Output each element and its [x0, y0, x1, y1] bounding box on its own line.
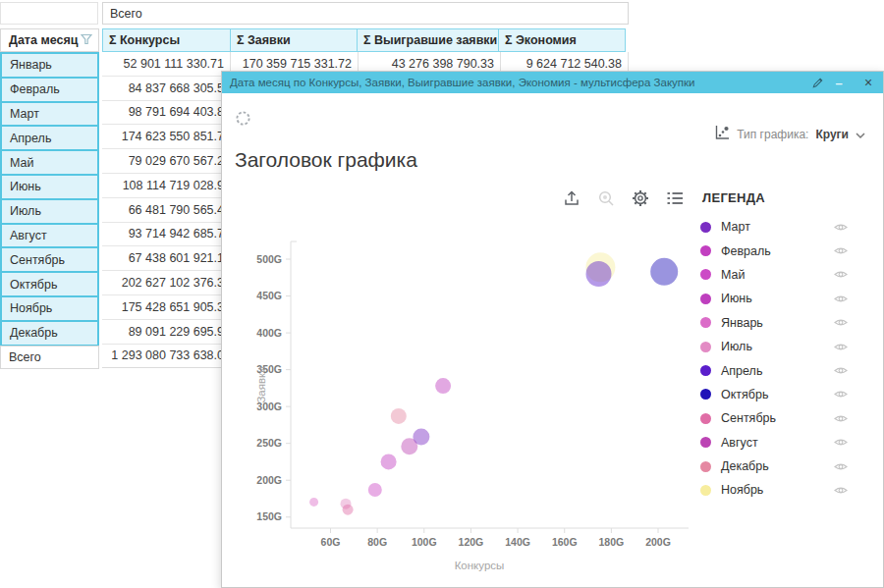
month-row-label: Ноябрь: [2, 297, 97, 322]
bubble-Декабрь[interactable]: [391, 408, 407, 424]
scatter-type-icon: [714, 125, 730, 144]
visibility-eye-icon[interactable]: [834, 413, 848, 424]
visibility-eye-icon[interactable]: [834, 294, 848, 304]
close-button[interactable]: ×: [854, 72, 883, 93]
legend-item-label: Ноябрь: [721, 483, 834, 497]
column-header-vyigravshie[interactable]: Σ Выигравшие заявки: [357, 28, 499, 52]
visibility-eye-icon[interactable]: [834, 317, 848, 328]
dialog-titlebar[interactable]: Дата месяц по Конкурсы, Заявки, Выигравш…: [222, 72, 883, 93]
legend-item[interactable]: Май: [700, 263, 848, 287]
month-column: ЯнварьФевральМартАпрельМайИюньИюльАвгуст…: [0, 52, 99, 347]
cell-konkursy: 98 791 694 403.8: [102, 101, 231, 126]
legend-item-label: Январь: [721, 316, 834, 330]
x-tick-label: 60G: [321, 536, 341, 548]
legend-item[interactable]: Август: [700, 431, 848, 454]
bubble-Сентябрь[interactable]: [343, 505, 354, 515]
legend-item[interactable]: Февраль: [700, 239, 848, 262]
legend-item[interactable]: Декабрь: [700, 454, 848, 478]
bubble-Февраль[interactable]: [381, 454, 397, 469]
x-tick-label: 80G: [367, 536, 387, 548]
visibility-eye-icon[interactable]: [834, 222, 848, 233]
chart-type-label: Тип графика:: [737, 128, 808, 141]
table-top-total-cell: Всего: [102, 2, 629, 25]
month-row-label: Июль: [2, 200, 97, 225]
y-tick-label: 200G: [256, 474, 282, 486]
legend-color-dot: [700, 461, 711, 472]
minimize-button[interactable]: –: [824, 72, 854, 93]
month-row-label: Июнь: [2, 176, 97, 200]
zoom-icon[interactable]: [597, 189, 615, 207]
legend-item[interactable]: Июнь: [700, 287, 848, 310]
column-header-zayavki[interactable]: Σ Заявки: [230, 28, 358, 52]
bubble-Май[interactable]: [368, 483, 382, 497]
visibility-eye-icon[interactable]: [834, 437, 848, 448]
legend-item[interactable]: Апрель: [700, 358, 848, 382]
visibility-eye-icon[interactable]: [834, 245, 848, 256]
edit-title-icon[interactable]: [811, 77, 824, 89]
chart-type-selector[interactable]: Тип графика: Круги: [714, 125, 865, 144]
cell-konkursy: 66 481 790 565.4: [102, 198, 231, 223]
visibility-eye-icon[interactable]: [834, 269, 848, 280]
legend-item-label: Май: [721, 268, 834, 282]
legend-item[interactable]: Ноябрь: [700, 478, 848, 502]
y-tick-label: 500G: [256, 253, 282, 265]
dialog-body: Заголовок графика Тип графика: Круги: [222, 93, 883, 588]
legend-item-label: Февраль: [721, 244, 834, 258]
legend-item[interactable]: Сентябрь: [700, 406, 848, 430]
cell-konkursy: 67 438 601 921.1: [102, 246, 231, 271]
bubble-Июнь[interactable]: [435, 378, 451, 394]
x-tick-label: 160G: [552, 536, 578, 548]
column-header-month[interactable]: Дата месяц: [0, 28, 99, 52]
legend-color-dot: [700, 413, 711, 424]
cell-konkursy: 93 714 942 685.7: [102, 223, 231, 247]
y-tick-label: 450G: [256, 290, 282, 301]
legend-color-dot: [700, 342, 711, 352]
legend-item-label: Декабрь: [721, 459, 834, 473]
bubble-Апрель[interactable]: [586, 261, 612, 287]
loading-spinner-icon: [235, 110, 251, 131]
axis-lines: [291, 241, 689, 528]
legend-item[interactable]: Январь: [700, 311, 848, 335]
bubble-Октябрь[interactable]: [650, 258, 678, 286]
bubble-Март[interactable]: [413, 428, 429, 445]
visibility-eye-icon[interactable]: [834, 389, 848, 400]
x-tick-label: 200G: [645, 536, 671, 548]
y-tick-label: 150G: [256, 510, 282, 522]
x-tick-label: 120G: [459, 536, 484, 548]
x-tick-label: 140G: [505, 536, 530, 548]
export-icon[interactable]: [563, 189, 580, 207]
cell-konkursy: 174 623 550 851.7: [102, 125, 231, 149]
settings-gear-icon[interactable]: [632, 189, 649, 207]
filter-icon[interactable]: [81, 33, 92, 48]
cell-konkursy: 202 627 102 376.3: [102, 271, 231, 295]
column-header-ekonomiya[interactable]: Σ Экономия: [498, 28, 626, 52]
legend-item-label: Апрель: [721, 364, 834, 378]
month-row-label: Декабрь: [2, 322, 97, 347]
month-row-label: Февраль: [2, 79, 97, 103]
chart-type-value: Круги: [815, 128, 849, 141]
legend-item-label: Октябрь: [721, 388, 834, 401]
chevron-down-icon: [856, 126, 865, 143]
y-axis-title: Заявки: [255, 366, 267, 402]
month-row-label: Апрель: [2, 127, 97, 151]
visibility-eye-icon[interactable]: [834, 342, 848, 352]
legend-item[interactable]: Октябрь: [700, 383, 848, 406]
visibility-eye-icon[interactable]: [834, 485, 848, 496]
month-row-label: Август: [2, 225, 97, 249]
cell-konkursy: 84 837 668 305.5: [102, 77, 231, 101]
legend-item[interactable]: Март: [700, 215, 848, 239]
month-row-label: Январь: [2, 54, 97, 79]
legend-color-dot: [700, 269, 711, 280]
x-tick-label: 100G: [412, 536, 437, 548]
legend-color-dot: [700, 245, 711, 256]
visibility-eye-icon[interactable]: [834, 365, 848, 376]
legend-item-label: Март: [721, 220, 834, 234]
legend-item[interactable]: Июль: [700, 335, 848, 358]
legend-color-dot: [700, 365, 711, 376]
month-row-label: Май: [2, 151, 97, 176]
visibility-eye-icon[interactable]: [834, 461, 848, 472]
column-header-konkursy[interactable]: Σ Конкурсы: [102, 28, 231, 52]
legend-list-icon[interactable]: [666, 189, 684, 207]
bubble-Январь[interactable]: [309, 498, 318, 507]
cell-konkursy: 108 114 719 028.9: [102, 174, 231, 198]
